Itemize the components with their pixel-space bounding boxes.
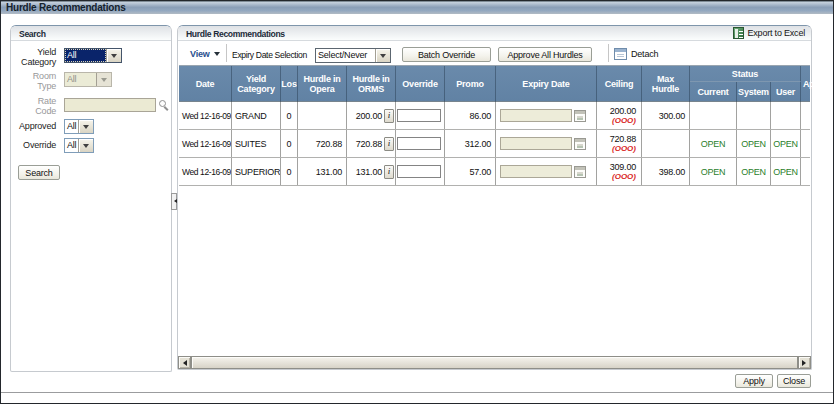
scroll-right-icon (802, 360, 809, 366)
col-header-yield-category[interactable]: Yield Category (232, 66, 281, 102)
cell-los: 0 (281, 130, 298, 157)
search-panel-title: Search (19, 29, 46, 39)
detach-button[interactable]: Detach (614, 48, 658, 60)
approved-dropdown-button[interactable] (78, 120, 93, 133)
table-row[interactable]: Wed 12-16-09 SUITES 0 720.88 720.88 i 31… (179, 130, 810, 158)
scrollbar-thumb[interactable] (191, 356, 798, 369)
col-header-override[interactable]: Override (396, 66, 445, 102)
chevron-down-icon (101, 78, 107, 85)
override-dropdown-button[interactable] (78, 139, 93, 152)
cell-override (396, 158, 445, 185)
scroll-left-icon (180, 360, 187, 366)
cell-date: Wed 12-16-09 (179, 130, 232, 157)
results-panel: Hurdle Recommendations Export to Excel V… (177, 25, 812, 370)
cell-approve-clipped (801, 158, 810, 185)
cell-status-current: OPEN (690, 158, 737, 185)
detach-icon (614, 48, 627, 60)
orms-detail-button[interactable]: i (384, 165, 394, 179)
cell-promo: 86.00 (445, 102, 496, 129)
expiry-date-input[interactable] (500, 109, 572, 122)
results-toolbar: View Expiry Date Selection Select/Never … (178, 41, 811, 66)
expiry-selection-dropdown-button[interactable] (375, 49, 390, 62)
override-input[interactable] (397, 109, 441, 122)
col-header-expiry-date[interactable]: Expiry Date (496, 66, 597, 102)
orms-detail-button[interactable]: i (384, 109, 394, 123)
approve-all-hurdles-button[interactable]: Approve All Hurdles (498, 47, 592, 62)
batch-override-button[interactable]: Batch Override (402, 47, 491, 62)
cell-date: Wed 12-16-09 (179, 102, 232, 129)
override-input[interactable] (397, 137, 441, 150)
room-type-dropdown-button (96, 73, 111, 86)
col-header-hurdle-in-opera[interactable]: Hurdle in Opera (298, 66, 347, 102)
override-value: All (65, 139, 78, 152)
cell-hurdle-opera: 131.00 (298, 158, 347, 185)
magnifier-icon[interactable] (159, 100, 170, 111)
calendar-icon[interactable] (574, 110, 586, 122)
cell-ceiling: 309.00 (OOO) (597, 158, 642, 185)
ooo-indicator: (OOO) (612, 144, 636, 154)
cell-promo: 57.00 (445, 158, 496, 185)
results-panel-title: Hurdle Recommendations (186, 29, 285, 39)
search-button[interactable]: Search (18, 165, 60, 180)
cell-status-user: OPEN (771, 130, 801, 157)
scroll-left-button[interactable] (178, 356, 191, 369)
cell-yield: SUPERIOR (232, 158, 281, 185)
calendar-icon[interactable] (574, 166, 586, 178)
ooo-indicator: (OOO) (612, 116, 636, 126)
cell-expiry-date (496, 130, 597, 157)
expiry-date-input[interactable] (500, 137, 572, 150)
col-header-approve-clipped[interactable]: Ap (801, 66, 810, 102)
col-header-status-user[interactable]: User (771, 82, 801, 102)
col-header-ceiling[interactable]: Ceiling (597, 66, 642, 102)
view-menu-button[interactable]: View (190, 49, 220, 59)
expiry-date-selection-select[interactable]: Select/Never (315, 48, 391, 63)
approved-select[interactable]: All (64, 119, 94, 134)
calendar-icon[interactable] (574, 138, 586, 150)
cell-expiry-date (496, 102, 597, 129)
expiry-date-selection-value: Select/Never (316, 49, 375, 62)
override-select[interactable]: All (64, 138, 94, 153)
cell-los: 0 (281, 102, 298, 129)
yield-category-select[interactable]: All (64, 48, 122, 63)
rate-code-label: Rate Code (11, 96, 56, 116)
approved-value: All (65, 120, 78, 133)
horizontal-scrollbar[interactable] (178, 356, 811, 369)
expiry-date-input[interactable] (500, 165, 572, 178)
panel-collapse-handle[interactable] (171, 193, 177, 210)
close-button[interactable]: Close (777, 374, 811, 388)
room-type-select: All (64, 72, 112, 87)
table-row[interactable]: Wed 12-16-09 SUPERIOR 0 131.00 131.00 i … (179, 158, 810, 186)
cell-date: Wed 12-16-09 (179, 158, 232, 185)
col-header-max-hurdle[interactable]: Max Hurdle (642, 66, 690, 102)
cell-status-current: OPEN (690, 130, 737, 157)
cell-status-user (771, 102, 801, 129)
col-header-los[interactable]: Los (281, 66, 298, 102)
toolbar-separator (226, 44, 227, 62)
table-row[interactable]: Wed 12-16-09 GRAND 0 200.00 i 86.00 200.… (179, 102, 810, 130)
cell-ceiling: 720.88 (OOO) (597, 130, 642, 157)
chevron-down-icon (380, 54, 386, 61)
chevron-down-icon (214, 52, 220, 59)
collapse-left-icon (172, 199, 177, 203)
scroll-right-button[interactable] (798, 356, 811, 369)
col-header-promo[interactable]: Promo (445, 66, 496, 102)
override-input[interactable] (397, 165, 441, 178)
cell-approve-clipped (801, 102, 810, 129)
col-header-status-current[interactable]: Current (690, 82, 737, 102)
export-to-excel-link[interactable]: Export to Excel (733, 27, 805, 39)
search-panel-header: Search (11, 26, 171, 41)
col-header-date[interactable]: Date (179, 66, 232, 102)
chevron-down-icon (111, 54, 117, 61)
search-panel: Search Yield Category All Room Type All … (10, 25, 172, 372)
apply-button[interactable]: Apply (735, 374, 773, 388)
rate-code-input[interactable] (64, 98, 156, 112)
expiry-date-selection-label: Expiry Date Selection (232, 50, 307, 60)
yield-category-dropdown-button[interactable] (106, 49, 121, 62)
approved-label: Approved (11, 121, 56, 131)
col-header-status-system[interactable]: System (737, 82, 771, 102)
cell-expiry-date (496, 158, 597, 185)
orms-detail-button[interactable]: i (384, 137, 394, 151)
chevron-down-icon (83, 144, 89, 151)
yield-category-value: All (65, 49, 106, 62)
col-header-hurdle-in-orms[interactable]: Hurdle in ORMS (347, 66, 396, 102)
